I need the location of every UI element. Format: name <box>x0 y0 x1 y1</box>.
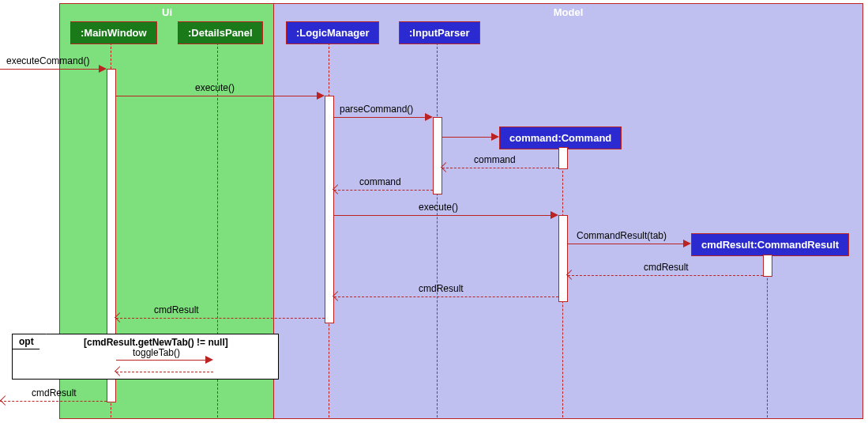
arrowhead-m7 <box>683 240 691 247</box>
lifeline-cmdresult <box>767 255 768 417</box>
arrow-create-command <box>442 137 491 138</box>
arrowhead-m12 <box>0 395 10 406</box>
opt-guard: [cmdResult.getNewTab() != null] <box>84 337 228 348</box>
arrowhead-m3 <box>425 113 433 121</box>
msg-m9: cmdResult <box>419 283 464 294</box>
msg-m3: parseCommand() <box>340 104 413 115</box>
arrow-m4 <box>442 168 558 168</box>
msg-m11: toggleTab() <box>133 347 180 358</box>
lifeline-parser <box>437 43 438 417</box>
msg-m2: execute() <box>195 82 235 93</box>
arrowhead-m11 <box>205 356 213 364</box>
msg-m6: execute() <box>419 202 458 213</box>
participant-mainwindow: :MainWindow <box>70 21 157 44</box>
arrowhead-m1 <box>99 65 107 73</box>
arrowhead-create-command <box>491 133 499 141</box>
region-model-title: Model <box>554 6 584 18</box>
participant-cmdresult: cmdResult:CommandResult <box>691 233 849 256</box>
msg-m8: cmdResult <box>644 262 689 273</box>
arrow-m1 <box>0 69 99 70</box>
msg-m4: command <box>474 154 516 165</box>
activation-parser <box>433 117 442 195</box>
arrow-m10 <box>116 318 325 319</box>
msg-m5: command <box>359 176 401 187</box>
region-model: Model <box>273 3 863 419</box>
participant-detailspanel: :DetailsPanel <box>178 21 263 44</box>
msg-m10: cmdResult <box>154 304 199 315</box>
msg-m7: CommandResult(tab) <box>577 230 667 241</box>
arrow-m7 <box>568 244 683 244</box>
msg-m12: cmdResult <box>32 387 77 398</box>
participant-parser: :InputParser <box>399 21 480 44</box>
arrowhead-m2 <box>317 92 325 100</box>
arrow-m6 <box>334 215 550 216</box>
participant-logic: :LogicManager <box>286 21 379 44</box>
arrow-m11 <box>116 360 205 361</box>
msg-m1: executeCommand() <box>6 55 89 66</box>
participant-command: command:Command <box>499 127 622 149</box>
opt-label: opt <box>12 334 47 349</box>
arrow-m3 <box>334 117 425 118</box>
arrow-m5 <box>334 190 433 191</box>
arrow-m11r <box>116 372 213 372</box>
arrow-m8 <box>568 275 763 276</box>
activation-command-1 <box>558 147 568 169</box>
activation-command-2 <box>558 215 568 302</box>
arrow-m2 <box>116 96 317 96</box>
arrow-m12 <box>0 401 107 402</box>
region-ui-title: Ui <box>162 6 172 18</box>
activation-logic <box>325 96 334 323</box>
arrowhead-m6 <box>550 211 558 219</box>
arrow-m9 <box>334 296 558 297</box>
activation-cmdresult <box>763 255 772 277</box>
